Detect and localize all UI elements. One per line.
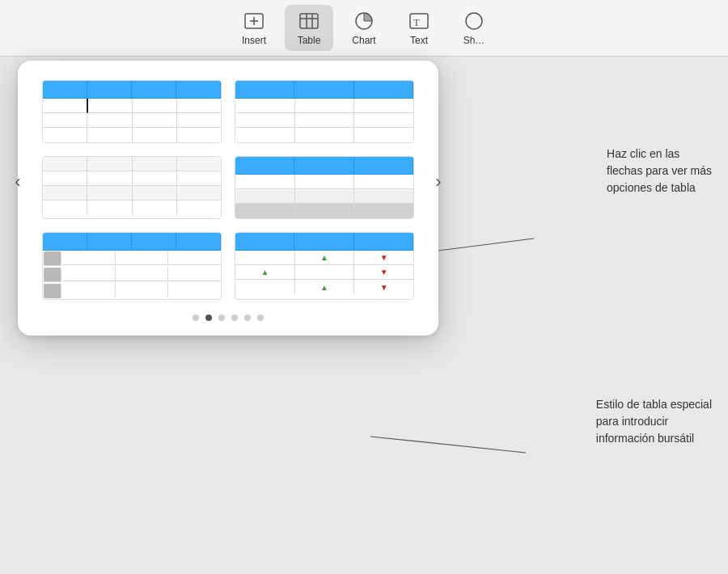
insert-icon	[243, 10, 265, 32]
stock-cell	[235, 280, 295, 294]
cell	[43, 128, 87, 142]
cell	[87, 233, 132, 251]
chart-label: Chart	[352, 35, 375, 46]
table-style-grid: ▲ ▼ ▲ ▼ ▲ ▼	[32, 80, 424, 300]
insert-button[interactable]: Insert	[230, 5, 278, 51]
stock-cell: ▲	[295, 280, 355, 294]
cell	[295, 189, 355, 204]
svg-rect-3	[300, 14, 318, 28]
stock-cell: ▲	[295, 251, 355, 265]
cell	[168, 251, 221, 265]
cell	[43, 99, 88, 113]
arrow-down-icon: ▼	[380, 253, 388, 262]
cell	[235, 233, 294, 251]
arrow-down-icon: ▼	[380, 268, 388, 276]
chart-button[interactable]: Chart	[340, 5, 388, 51]
cell	[177, 157, 221, 171]
cell	[168, 267, 221, 281]
shape-icon	[463, 10, 485, 32]
table-style-3[interactable]	[42, 156, 222, 219]
text-button[interactable]: T Text	[395, 5, 443, 51]
svg-text:T: T	[413, 16, 420, 28]
cell	[295, 99, 355, 113]
cell	[168, 283, 221, 298]
arrow-up-icon: ▲	[320, 253, 328, 262]
table-style-2[interactable]	[235, 80, 414, 143]
cell	[87, 128, 132, 142]
cell	[87, 186, 132, 200]
right-chevron-icon: ›	[435, 171, 441, 192]
cell	[43, 171, 87, 186]
cell	[235, 81, 294, 99]
cell	[87, 171, 132, 186]
cell	[133, 171, 177, 186]
cell	[295, 204, 355, 218]
cell	[132, 233, 176, 251]
arrow-up-icon: ▲	[320, 283, 328, 292]
cell	[133, 186, 177, 200]
dot-3[interactable]	[218, 314, 225, 321]
table-style-1[interactable]	[42, 80, 222, 143]
chart-icon	[353, 10, 375, 32]
cell	[116, 251, 169, 265]
cell	[354, 113, 413, 128]
cell	[133, 128, 177, 142]
cell	[295, 175, 355, 189]
cell	[354, 189, 413, 204]
cell	[177, 200, 221, 215]
cell	[354, 128, 413, 142]
cell	[295, 113, 355, 128]
callout-arrows-label: Haz clic en lasflechas para ver másopcio…	[607, 146, 712, 196]
next-arrow[interactable]: ›	[425, 169, 451, 195]
table-button[interactable]: Table	[285, 5, 333, 51]
svg-point-12	[466, 13, 482, 29]
cell	[235, 175, 295, 189]
insert-label: Insert	[242, 35, 266, 46]
cell	[235, 113, 295, 128]
cell	[133, 200, 177, 215]
callout-stock-label: Estilo de tabla especialpara introduciri…	[596, 396, 712, 447]
cell	[177, 99, 221, 113]
stock-cell: ▲	[235, 265, 295, 280]
cell	[235, 204, 295, 218]
callout-arrows-text: Haz clic en lasflechas para ver másopcio…	[607, 146, 712, 196]
svg-line-14	[370, 437, 526, 453]
prev-arrow[interactable]: ‹	[5, 169, 31, 195]
stock-cell	[295, 265, 355, 280]
cell	[43, 113, 87, 128]
cell	[354, 204, 413, 218]
cell	[87, 157, 132, 171]
table-style-6-stock[interactable]: ▲ ▼ ▲ ▼ ▲ ▼	[235, 232, 414, 300]
dot-1[interactable]	[193, 314, 199, 321]
table-picker-popup: ‹ ›	[18, 61, 438, 336]
cell	[116, 283, 169, 298]
cell	[235, 99, 295, 113]
cell	[177, 186, 221, 200]
cell	[235, 128, 295, 142]
cell	[43, 157, 87, 171]
dot-6[interactable]	[257, 314, 264, 321]
dot-5[interactable]	[244, 314, 251, 321]
toolbar: Insert Table Chart T Text Sh	[0, 0, 728, 57]
cell	[133, 99, 177, 113]
cell	[294, 157, 353, 175]
cell	[133, 157, 177, 171]
cell	[294, 233, 353, 251]
cell	[62, 267, 116, 281]
dot-2[interactable]	[205, 314, 212, 321]
cell	[354, 99, 413, 113]
cell	[87, 113, 132, 128]
shape-button[interactable]: Sh…	[450, 5, 498, 51]
dot-4[interactable]	[231, 314, 238, 321]
cell	[44, 268, 61, 282]
table-style-4[interactable]	[235, 156, 414, 219]
cell	[62, 283, 116, 298]
cell	[43, 81, 87, 99]
cell	[235, 189, 295, 204]
cell	[294, 81, 353, 99]
cell	[354, 175, 413, 189]
cell	[44, 251, 61, 266]
pagination-dots	[32, 314, 424, 321]
table-style-5[interactable]	[42, 232, 222, 300]
arrow-up-icon: ▲	[260, 268, 269, 276]
